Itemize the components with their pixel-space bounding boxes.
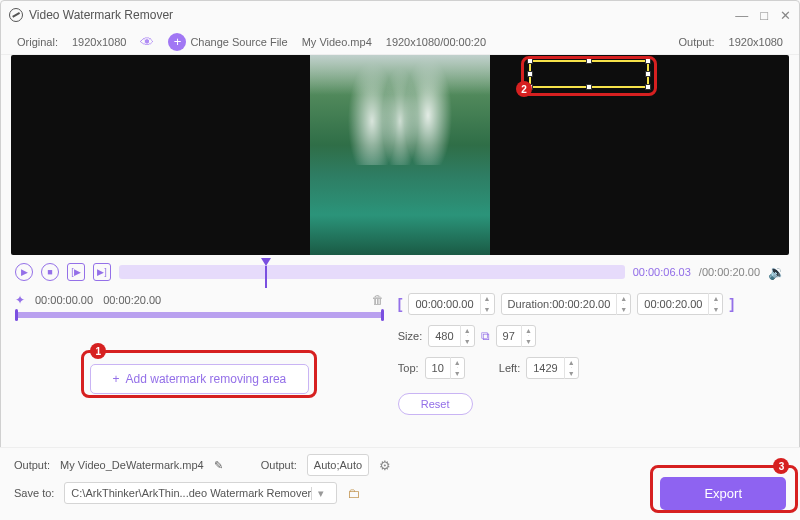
stop-button[interactable]: ■ <box>41 263 59 281</box>
source-info: 1920x1080/00:00:20 <box>386 36 486 48</box>
playhead-icon[interactable] <box>261 258 271 266</box>
delete-segment-icon[interactable]: 🗑 <box>372 293 384 307</box>
play-button[interactable]: ▶ <box>15 263 33 281</box>
source-filename: My Video.mp4 <box>302 36 372 48</box>
width-input[interactable]: 480▲▼ <box>428 325 474 347</box>
left-input[interactable]: 1429▲▼ <box>526 357 578 379</box>
export-button[interactable]: Export <box>660 477 786 510</box>
height-input[interactable]: 97▲▼ <box>496 325 536 347</box>
step-prev-button[interactable]: [▶ <box>67 263 85 281</box>
plus-icon: + <box>113 372 120 386</box>
output-name-label: Output: <box>14 459 50 471</box>
callout-badge-1: 1 <box>90 343 106 359</box>
change-source-label: Change Source File <box>190 36 287 48</box>
segment-panel: ✦ 00:00:00.00 00:00:20.00 🗑 1 + Add wate… <box>15 293 384 415</box>
watermark-selection-box[interactable] <box>529 60 649 88</box>
segment-start: 00:00:00.00 <box>35 294 93 306</box>
change-source-button[interactable]: + Change Source File <box>168 33 287 51</box>
original-resolution: 1920x1080 <box>72 36 126 48</box>
time-current: 00:00:06.03 <box>633 266 691 278</box>
range-end-bracket-icon[interactable]: ] <box>729 296 734 312</box>
output-format-label: Output: <box>261 459 297 471</box>
link-aspect-icon[interactable]: ⧉ <box>481 329 490 343</box>
edit-output-name-icon[interactable]: ✎ <box>214 459 223 472</box>
minimize-button[interactable]: — <box>735 8 748 23</box>
range-end-input[interactable]: 00:00:20.00▲▼ <box>637 293 723 315</box>
original-label: Original: <box>17 36 58 48</box>
save-path-value: C:\ArkThinker\ArkThin...deo Watermark Re… <box>71 487 311 499</box>
output-resolution: 1920x1080 <box>729 36 783 48</box>
top-label: Top: <box>398 362 419 374</box>
close-button[interactable]: ✕ <box>780 8 791 23</box>
chevron-down-icon[interactable]: ▾ <box>311 487 330 500</box>
timeline-scrubber[interactable] <box>119 265 625 279</box>
maximize-button[interactable]: □ <box>760 8 768 23</box>
open-folder-icon[interactable]: 🗀 <box>347 486 360 501</box>
wand-icon[interactable]: ✦ <box>15 293 25 307</box>
app-icon <box>9 8 23 22</box>
output-format-value: Auto;Auto <box>307 454 369 476</box>
add-watermark-area-button[interactable]: + Add watermark removing area <box>90 364 310 394</box>
left-label: Left: <box>499 362 520 374</box>
video-preview[interactable]: 2 <box>11 55 789 255</box>
save-path-dropdown[interactable]: C:\ArkThinker\ArkThin...deo Watermark Re… <box>64 482 337 504</box>
range-start-bracket-icon[interactable]: [ <box>398 296 403 312</box>
titlebar: Video Watermark Remover — □ ✕ <box>1 1 799 29</box>
app-title: Video Watermark Remover <box>29 8 173 22</box>
segment-range-bar[interactable] <box>15 312 384 318</box>
size-label: Size: <box>398 330 422 342</box>
output-settings-icon[interactable]: ⚙ <box>379 458 391 473</box>
info-bar: Original: 1920x1080 👁 + Change Source Fi… <box>1 29 799 55</box>
plus-icon: + <box>168 33 186 51</box>
window-controls: — □ ✕ <box>735 8 791 23</box>
step-next-button[interactable]: ▶] <box>93 263 111 281</box>
output-label: Output: <box>678 36 714 48</box>
bottom-bar: Output: My Video_DeWatermark.mp4 ✎ Outpu… <box>0 447 800 520</box>
video-thumbnail <box>310 55 490 255</box>
visibility-toggle-icon[interactable]: 👁 <box>140 34 154 50</box>
segment-end: 00:00:20.00 <box>103 294 161 306</box>
range-start-input[interactable]: 00:00:00.00▲▼ <box>408 293 494 315</box>
top-input[interactable]: 10▲▼ <box>425 357 465 379</box>
add-area-label: Add watermark removing area <box>126 372 287 386</box>
save-to-label: Save to: <box>14 487 54 499</box>
reset-button[interactable]: Reset <box>398 393 473 415</box>
duration-input[interactable]: Duration:00:00:20.00▲▼ <box>501 293 632 315</box>
output-filename: My Video_DeWatermark.mp4 <box>60 459 204 471</box>
volume-icon[interactable]: 🔉 <box>768 264 785 280</box>
region-panel: [ 00:00:00.00▲▼ Duration:00:00:20.00▲▼ 0… <box>398 293 785 415</box>
time-duration: /00:00:20.00 <box>699 266 760 278</box>
transport-bar: ▶ ■ [▶ ▶] 00:00:06.03 /00:00:20.00 🔉 <box>1 255 799 289</box>
